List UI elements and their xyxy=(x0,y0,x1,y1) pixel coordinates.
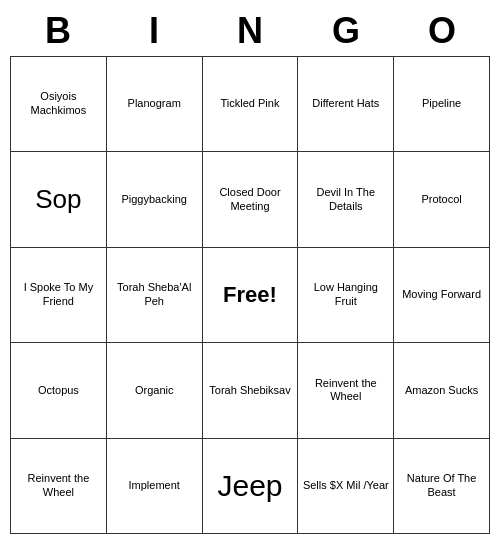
bingo-cell: Different Hats xyxy=(298,57,394,152)
bingo-cell: Torah Sheba'Al Peh xyxy=(107,248,203,343)
bingo-cell: Octopus xyxy=(11,343,107,438)
bingo-cell: Devil In The Details xyxy=(298,152,394,247)
bingo-cell: Jeep xyxy=(203,439,299,534)
bingo-cell: Pipeline xyxy=(394,57,490,152)
bingo-grid: Osiyois MachkimosPlanogramTickled PinkDi… xyxy=(10,56,490,534)
bingo-cell: Organic xyxy=(107,343,203,438)
title-b: B xyxy=(10,10,106,52)
bingo-cell: Sells $X Mil /Year xyxy=(298,439,394,534)
bingo-cell: Reinvent the Wheel xyxy=(11,439,107,534)
bingo-cell: I Spoke To My Friend xyxy=(11,248,107,343)
bingo-cell: Protocol xyxy=(394,152,490,247)
title-i: I xyxy=(106,10,202,52)
bingo-cell: Low Hanging Fruit xyxy=(298,248,394,343)
bingo-cell: Sop xyxy=(11,152,107,247)
bingo-cell: Closed Door Meeting xyxy=(203,152,299,247)
bingo-cell: Free! xyxy=(203,248,299,343)
bingo-cell: Implement xyxy=(107,439,203,534)
title-o: O xyxy=(394,10,490,52)
bingo-cell: Torah Shebiksav xyxy=(203,343,299,438)
bingo-cell: Piggybacking xyxy=(107,152,203,247)
bingo-cell: Amazon Sucks xyxy=(394,343,490,438)
bingo-cell: Planogram xyxy=(107,57,203,152)
bingo-cell: Tickled Pink xyxy=(203,57,299,152)
bingo-cell: Reinvent the Wheel xyxy=(298,343,394,438)
title-n: N xyxy=(202,10,298,52)
bingo-cell: Moving Forward xyxy=(394,248,490,343)
bingo-cell: Nature Of The Beast xyxy=(394,439,490,534)
title-g: G xyxy=(298,10,394,52)
bingo-cell: Osiyois Machkimos xyxy=(11,57,107,152)
bingo-title: B I N G O xyxy=(10,10,490,52)
